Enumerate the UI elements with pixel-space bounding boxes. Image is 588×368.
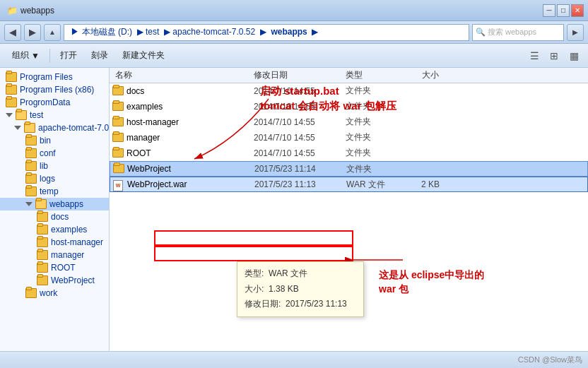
tooltip-popup: 类型: WAR 文件 大小: 1.38 KB 修改日期: 2017/5/23 1… bbox=[237, 261, 364, 317]
file-type-docs: 文件夹 bbox=[346, 85, 402, 97]
file-row-examples[interactable]: examples 2014/7/10 14:55 文件夹 bbox=[110, 99, 588, 114]
file-date-host-manager: 2014/7/10 14:55 bbox=[254, 117, 346, 127]
sidebar-item-examples[interactable]: examples bbox=[0, 223, 109, 236]
sidebar-label: conf bbox=[40, 148, 56, 158]
search-go-button[interactable]: ▶ bbox=[567, 24, 584, 41]
forward-button[interactable]: ▶ bbox=[24, 24, 41, 41]
breadcrumb-text: ▶ 本地磁盘 (D:) ▶ test ▶ apache-tomcat-7.0.5… bbox=[69, 26, 318, 38]
sidebar-label: lib bbox=[40, 161, 48, 171]
sidebar-item-root[interactable]: ROOT bbox=[0, 261, 109, 274]
col-type-header[interactable]: 类型 bbox=[346, 69, 402, 81]
war-icon-webproject: W bbox=[113, 179, 124, 189]
file-row-manager[interactable]: manager 2014/7/10 14:55 文件夹 bbox=[110, 130, 588, 146]
sidebar-item-bin[interactable]: bin bbox=[0, 134, 109, 147]
sidebar-item-host-manager[interactable]: host-manager bbox=[0, 236, 109, 249]
folder-icon bbox=[37, 275, 48, 285]
folder-icon-manager bbox=[112, 133, 124, 143]
sidebar-item-logs[interactable]: logs bbox=[0, 172, 109, 185]
tooltip-type-row: 类型: WAR 文件 bbox=[245, 266, 356, 282]
sidebar-item-docs[interactable]: docs bbox=[0, 210, 109, 223]
file-date-docs: 2014/7/10 14:55 bbox=[254, 86, 346, 96]
folder-icon-open bbox=[24, 123, 35, 133]
expand-icon bbox=[6, 113, 13, 117]
sidebar-label: examples bbox=[51, 225, 87, 235]
toolbar-separator-1 bbox=[49, 49, 50, 63]
file-type-webproject-war: WAR 文件 bbox=[346, 179, 403, 191]
sidebar-item-work[interactable]: work bbox=[0, 287, 109, 299]
sidebar-item-program-files-x86[interactable]: Program Files (x86) bbox=[0, 83, 109, 96]
expand-icon bbox=[14, 126, 21, 130]
sidebar-label: ROOT bbox=[51, 263, 76, 273]
organize-button[interactable]: 组织 ▼ bbox=[6, 47, 46, 64]
file-type-host-manager: 文件夹 bbox=[346, 116, 402, 128]
file-name-docs: docs bbox=[127, 86, 254, 96]
csdn-label: CSDN @Slow菜鸟 bbox=[518, 355, 582, 365]
file-name-webproject: WebProject bbox=[127, 164, 254, 174]
sidebar-item-webapps[interactable]: webapps bbox=[0, 198, 109, 210]
organize-label: 组织 bbox=[12, 49, 29, 61]
sidebar-item-conf[interactable]: conf bbox=[0, 147, 109, 160]
file-date-webproject: 2017/5/23 11:14 bbox=[254, 164, 346, 174]
file-row-webproject[interactable]: WebProject 2017/5/23 11:14 文件夹 bbox=[110, 161, 588, 177]
folder-icon bbox=[6, 97, 17, 107]
sidebar-item-progromdata[interactable]: ProgromData bbox=[0, 96, 109, 109]
close-button[interactable]: ✕ bbox=[571, 4, 584, 17]
tooltip-size-label: 大小: bbox=[245, 284, 264, 294]
col-size-header[interactable]: 大小 bbox=[402, 69, 445, 81]
sidebar: Program Files Program Files (x86) Progro… bbox=[0, 68, 110, 351]
folder-icon bbox=[37, 263, 48, 273]
file-row-host-manager[interactable]: host-manager 2014/7/10 14:55 文件夹 bbox=[110, 114, 588, 130]
file-row-root[interactable]: ROOT 2014/7/10 14:55 文件夹 bbox=[110, 146, 588, 161]
folder-icon-title: 📁 bbox=[7, 6, 18, 16]
folder-icon bbox=[6, 85, 17, 95]
view-details-button[interactable]: ☰ bbox=[526, 48, 543, 64]
sidebar-item-apache-tomcat[interactable]: apache-tomcat-7.0.52 bbox=[0, 121, 109, 134]
sidebar-item-program-files[interactable]: Program Files bbox=[0, 71, 109, 83]
new-folder-label: 新建文件夹 bbox=[122, 49, 165, 61]
view-preview-button[interactable]: ▦ bbox=[565, 48, 582, 64]
col-name-header[interactable]: 名称 bbox=[112, 69, 254, 81]
file-row-docs[interactable]: docs 2014/7/10 14:55 文件夹 bbox=[110, 83, 588, 99]
sidebar-item-webproject[interactable]: WebProject bbox=[0, 274, 109, 287]
file-date-root: 2014/7/10 14:55 bbox=[254, 148, 346, 158]
file-row-webproject-war[interactable]: W WebProject.war 2017/5/23 11:13 WAR 文件 … bbox=[110, 177, 588, 192]
folder-icon bbox=[25, 161, 37, 171]
search-box[interactable]: 🔍 搜索 webapps bbox=[472, 24, 564, 41]
file-type-examples: 文件夹 bbox=[346, 100, 402, 112]
folder-icon bbox=[25, 186, 37, 196]
col-date-header[interactable]: 修改日期 bbox=[254, 69, 346, 81]
folder-icon-docs bbox=[112, 86, 124, 96]
sidebar-label: ProgromData bbox=[20, 97, 70, 107]
engrave-button[interactable]: 刻录 bbox=[85, 47, 114, 64]
folder-icon bbox=[37, 237, 48, 247]
sidebar-item-test[interactable]: test bbox=[0, 109, 109, 121]
back-button[interactable]: ◀ bbox=[4, 24, 21, 41]
sidebar-item-manager[interactable]: manager bbox=[0, 249, 109, 261]
title-bar-left: 📁 webapps bbox=[7, 6, 54, 16]
tooltip-size-row: 大小: 1.38 KB bbox=[245, 282, 356, 297]
minimize-button[interactable]: ─ bbox=[543, 4, 555, 17]
file-date-webproject-war: 2017/5/23 11:13 bbox=[254, 179, 346, 189]
up-button[interactable]: ▲ bbox=[44, 24, 61, 41]
open-button[interactable]: 打开 bbox=[54, 47, 83, 64]
file-size-webproject-war: 2 KB bbox=[403, 179, 445, 189]
organize-dropdown-icon: ▼ bbox=[31, 51, 40, 61]
folder-icon-webproject bbox=[113, 164, 124, 174]
title-bar-controls: ─ □ ✕ bbox=[543, 4, 584, 17]
file-type-manager: 文件夹 bbox=[346, 131, 402, 143]
folder-icon bbox=[25, 288, 37, 298]
sidebar-item-temp[interactable]: temp bbox=[0, 185, 109, 198]
sidebar-label: work bbox=[40, 288, 57, 298]
folder-icon-host-manager bbox=[112, 117, 124, 127]
sidebar-label: manager bbox=[51, 250, 84, 260]
view-icons-button[interactable]: ⊞ bbox=[546, 48, 563, 64]
breadcrumb[interactable]: ▶ 本地磁盘 (D:) ▶ test ▶ apache-tomcat-7.0.5… bbox=[64, 24, 469, 41]
status-bar: CSDN @Slow菜鸟 bbox=[0, 351, 588, 368]
sidebar-label: WebProject bbox=[51, 275, 95, 285]
folder-icon-examples bbox=[112, 102, 124, 112]
folder-icon-root bbox=[112, 148, 124, 158]
new-folder-button[interactable]: 新建文件夹 bbox=[116, 47, 171, 64]
file-name-manager: manager bbox=[127, 133, 254, 143]
maximize-button[interactable]: □ bbox=[557, 4, 570, 17]
sidebar-item-lib[interactable]: lib bbox=[0, 160, 109, 172]
